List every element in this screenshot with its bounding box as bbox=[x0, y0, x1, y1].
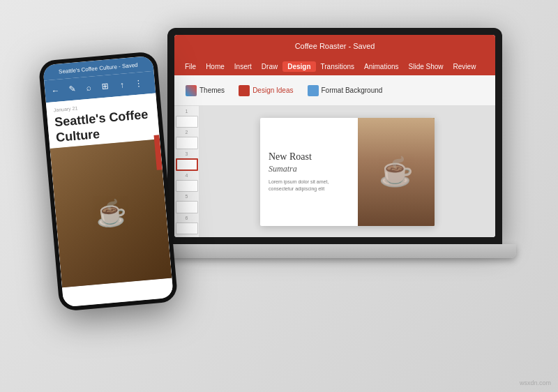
slide-num-1: 1 bbox=[176, 109, 197, 114]
slide-title: New Roast bbox=[269, 151, 349, 163]
slide-thumb-5[interactable] bbox=[176, 201, 198, 213]
themes-label: Themes bbox=[199, 86, 225, 94]
main-slide: New Roast Sumatra Lorem ipsum dolor sit … bbox=[260, 118, 435, 226]
content-area: 1 2 3 4 5 6 bbox=[174, 106, 495, 237]
laptop-screen-inner: Coffee Roaster - Saved File Home Insert … bbox=[174, 35, 495, 237]
coffee-beans-visual bbox=[358, 118, 435, 226]
scene: Coffee Roaster - Saved File Home Insert … bbox=[0, 0, 558, 392]
search-icon[interactable]: ⌕ bbox=[84, 82, 94, 93]
phone-content: January 21 Seattle's Coffee Culture ☕ bbox=[46, 93, 174, 308]
menu-review[interactable]: Review bbox=[448, 61, 481, 72]
menu-draw[interactable]: Draw bbox=[257, 61, 282, 72]
themes-icon bbox=[186, 85, 197, 96]
laptop-base bbox=[153, 244, 516, 258]
design-ideas-label: Design Ideas bbox=[252, 86, 293, 94]
slide-num-3: 3 bbox=[176, 151, 197, 156]
slide-thumb-6[interactable] bbox=[176, 223, 198, 234]
grid-icon[interactable]: ⊞ bbox=[100, 81, 111, 91]
titlebar: Coffee Roaster - Saved bbox=[174, 35, 495, 57]
slide-body: Lorem ipsum dolor sit amet, consectetur … bbox=[269, 179, 349, 193]
more-icon[interactable]: ⋮ bbox=[133, 78, 144, 89]
format-bg-icon bbox=[308, 85, 319, 96]
slide-num-5: 5 bbox=[176, 194, 197, 199]
ribbon: File Home Insert Draw Design Transitions… bbox=[174, 57, 495, 75]
phone-doc-title: Seattle's Coffee Culture bbox=[54, 107, 152, 145]
slide-thumb-3[interactable] bbox=[176, 158, 198, 171]
laptop: Coffee Roaster - Saved File Home Insert … bbox=[167, 28, 502, 279]
laptop-screen-outer: Coffee Roaster - Saved File Home Insert … bbox=[167, 28, 502, 244]
slide-num-2: 2 bbox=[176, 130, 197, 135]
phone: Seattle's Coffee Culture - Saved ← ✎ ⌕ ⊞… bbox=[38, 51, 179, 311]
slide-subtitle: Sumatra bbox=[269, 164, 349, 174]
menu-design[interactable]: Design bbox=[282, 61, 315, 72]
toolbar: Themes Design Ideas Format Background bbox=[174, 75, 495, 106]
format-bg-label: Format Background bbox=[322, 86, 383, 94]
back-icon[interactable]: ← bbox=[50, 86, 61, 96]
menu-insert[interactable]: Insert bbox=[229, 61, 257, 72]
menu-animations[interactable]: Animations bbox=[359, 61, 403, 72]
slide-image-area bbox=[358, 118, 435, 226]
design-ideas-icon bbox=[239, 85, 250, 96]
menu-file[interactable]: File bbox=[180, 61, 201, 72]
menu-transitions[interactable]: Transitions bbox=[316, 61, 360, 72]
themes-button[interactable]: Themes bbox=[180, 82, 230, 99]
slide-thumb-1[interactable] bbox=[176, 116, 198, 128]
menu-slideshow[interactable]: Slide Show bbox=[404, 61, 448, 72]
format-background-button[interactable]: Format Background bbox=[302, 82, 389, 99]
watermark: wsxdn.com bbox=[520, 379, 551, 386]
menu-bar: File Home Insert Draw Design Transitions… bbox=[174, 57, 495, 75]
main-slide-area: New Roast Sumatra Lorem ipsum dolor sit … bbox=[199, 106, 495, 237]
slide-thumb-4[interactable] bbox=[176, 180, 198, 192]
design-ideas-button[interactable]: Design Ideas bbox=[233, 82, 299, 99]
slide-text-area: New Roast Sumatra Lorem ipsum dolor sit … bbox=[260, 118, 358, 226]
coffee-cups-icon: ☕ bbox=[94, 197, 128, 229]
hands-visual bbox=[358, 118, 435, 226]
phone-screen: Seattle's Coffee Culture - Saved ← ✎ ⌕ ⊞… bbox=[43, 56, 174, 307]
app-title: Coffee Roaster - Saved bbox=[295, 42, 375, 50]
phone-image-overlay: ☕ bbox=[50, 140, 172, 288]
menu-home[interactable]: Home bbox=[201, 61, 229, 72]
edit-icon[interactable]: ✎ bbox=[67, 84, 77, 94]
phone-image: ☕ bbox=[50, 140, 172, 288]
slide-thumb-2[interactable] bbox=[176, 137, 198, 149]
share-icon[interactable]: ↑ bbox=[116, 80, 127, 90]
slide-num-4: 4 bbox=[176, 173, 197, 178]
slide-panel: 1 2 3 4 5 6 bbox=[174, 106, 199, 237]
slide-num-6: 6 bbox=[176, 216, 197, 220]
